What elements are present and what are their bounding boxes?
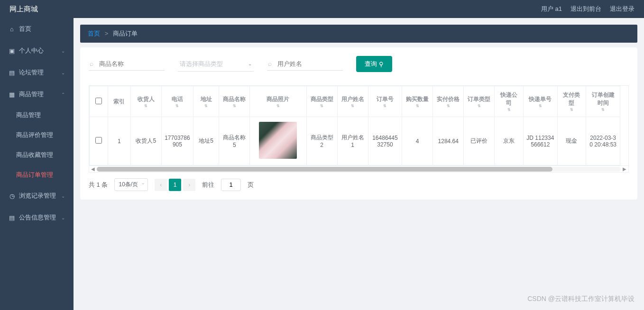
breadcrumb: 首页 > 商品订单 — [80, 25, 637, 43]
select-all-checkbox[interactable] — [95, 98, 102, 104]
horizontal-scrollbar[interactable]: ◀ ▶ — [89, 165, 628, 172]
col-address[interactable]: 地址⇅ — [193, 86, 219, 117]
scroll-left-icon[interactable]: ◀ — [89, 166, 97, 172]
cell-courier: 京东 — [495, 117, 524, 165]
col-receiver[interactable]: 收货人⇅ — [130, 86, 161, 117]
app-title: 网上商城 — [9, 5, 38, 14]
content-card: 请选择商品类型 ⌄ 查询 ⚲ — [80, 47, 637, 200]
page-size-select[interactable]: 10条/页 — [114, 178, 148, 191]
query-button-label: 查询 — [365, 60, 377, 68]
col-checkbox — [90, 86, 108, 117]
document-icon: ▤ — [9, 214, 15, 221]
cell-goods-name: 商品名称5 — [219, 117, 250, 165]
col-created[interactable]: 订单创建时间⇅ — [586, 86, 620, 117]
main-content: 首页 > 商品订单 请选择商品类型 ⌄ 查询 ⚲ — [74, 18, 644, 310]
goods-photo — [259, 122, 297, 159]
col-tracking[interactable]: 快递单号⇅ — [524, 86, 558, 117]
cell-goods-type: 商品类型2 — [306, 117, 337, 165]
col-goods-type[interactable]: 商品类型⇅ — [306, 86, 337, 117]
menu-label: 论坛管理 — [19, 68, 44, 77]
clipboard-icon: ▤ — [9, 69, 15, 76]
submenu-goods-reviews[interactable]: 商品评价管理 — [0, 125, 74, 145]
prev-page-button[interactable]: ‹ — [155, 179, 167, 191]
search-name-input[interactable] — [89, 57, 165, 71]
clock-icon: ◷ — [9, 192, 15, 199]
goto-suffix: 页 — [248, 181, 254, 189]
scroll-track-bg[interactable] — [97, 167, 621, 172]
menu-forum[interactable]: ▤论坛管理 ⌄ — [0, 62, 74, 83]
breadcrumb-home[interactable]: 首页 — [88, 30, 100, 37]
breadcrumb-sep: > — [105, 30, 109, 37]
goto-prefix: 前往 — [202, 181, 214, 189]
page-number-button[interactable]: 1 — [169, 179, 181, 191]
user-label[interactable]: 用户 a1 — [541, 5, 562, 13]
query-button[interactable]: 查询 ⚲ — [356, 56, 392, 72]
logout-link[interactable]: 退出登录 — [610, 5, 635, 13]
col-order-type[interactable]: 订单类型⇅ — [464, 86, 495, 117]
col-index[interactable]: 索引 — [108, 86, 131, 117]
menu-label: 商品管理 — [19, 90, 44, 99]
col-qty[interactable]: 购买数量⇅ — [402, 86, 433, 117]
menu-history[interactable]: ◷浏览记录管理 ⌄ — [0, 185, 74, 207]
search-type-select[interactable]: 请选择商品类型 ⌄ — [178, 57, 254, 72]
menu-profile[interactable]: ▣个人中心 ⌄ — [0, 40, 74, 62]
menu-notice[interactable]: ▤公告信息管理 ⌄ — [0, 207, 74, 228]
home-icon: ⌂ — [9, 26, 15, 32]
sidebar: ⌂首页 ▣个人中心 ⌄ ▤论坛管理 ⌄ ▦商品管理 ⌃ 商品管理 商品评价管理 … — [0, 18, 74, 310]
search-user-wrap — [267, 57, 343, 71]
submenu-goods-manage[interactable]: 商品管理 — [0, 105, 74, 125]
cell-photo — [250, 117, 306, 165]
search-name-wrap — [89, 57, 165, 71]
chevron-down-icon: ⌄ — [61, 70, 65, 75]
header-right: 用户 a1 退出到前台 退出登录 — [541, 5, 635, 13]
cell-created: 2022-03-30 20:48:53 — [586, 117, 620, 165]
menu-label: 公告信息管理 — [19, 213, 56, 222]
table-container: 索引 收货人⇅ 电话⇅ 地址⇅ 商品名称⇅ 商品照片⇅ 商品类型⇅ 用户姓名⇅ … — [89, 85, 629, 173]
cell-user-name: 用户姓名1 — [337, 117, 368, 165]
submenu-goods-favorites[interactable]: 商品收藏管理 — [0, 145, 74, 165]
cell-paid: 1284.64 — [433, 117, 464, 165]
search-icon: ⚲ — [379, 61, 384, 68]
col-paid[interactable]: 实付价格⇅ — [433, 86, 464, 117]
exit-front-link[interactable]: 退出到前台 — [570, 5, 601, 13]
menu-home[interactable]: ⌂首页 — [0, 18, 74, 40]
scroll-right-icon[interactable]: ▶ — [621, 166, 628, 172]
menu-goods[interactable]: ▦商品管理 ⌃ — [0, 83, 74, 105]
col-order-no[interactable]: 订单号⇅ — [368, 86, 402, 117]
cell-tracking: JD 112334566612 — [524, 117, 558, 165]
orders-table: 索引 收货人⇅ 电话⇅ 地址⇅ 商品名称⇅ 商品照片⇅ 商品类型⇅ 用户姓名⇅ … — [89, 86, 620, 165]
chevron-up-icon: ⌃ — [61, 92, 65, 97]
row-checkbox[interactable] — [95, 137, 102, 144]
col-pay-type[interactable]: 支付类型⇅ — [557, 86, 586, 117]
submenu-goods-orders[interactable]: 商品订单管理 — [0, 165, 74, 185]
search-bar: 请选择商品类型 ⌄ 查询 ⚲ — [89, 56, 629, 72]
scroll-thumb[interactable] — [97, 167, 552, 172]
next-page-button[interactable]: › — [183, 179, 195, 191]
cell-qty: 4 — [402, 117, 433, 165]
col-goods-name[interactable]: 商品名称⇅ — [219, 86, 250, 117]
cell-order-no: 1648644532750 — [368, 117, 402, 165]
user-icon: ▣ — [9, 47, 15, 54]
cell-index: 1 — [108, 117, 131, 165]
menu-label: 个人中心 — [19, 46, 44, 55]
select-placeholder: 请选择商品类型 — [180, 60, 248, 68]
chevron-down-icon: ⌄ — [61, 215, 65, 220]
table-row: 1 收货人5 17703786905 地址5 商品名称5 商品类型2 用户姓名1… — [90, 117, 620, 165]
cell-order-type: 已评价 — [464, 117, 495, 165]
pagination: 共 1 条 10条/页 ‹ 1 › 前往 页 — [89, 178, 629, 191]
menu-label: 浏览记录管理 — [19, 191, 56, 200]
goto-page-input[interactable] — [221, 179, 241, 191]
col-photo[interactable]: 商品照片⇅ — [250, 86, 306, 117]
box-icon: ▦ — [9, 91, 15, 98]
cell-phone: 17703786905 — [161, 117, 193, 165]
menu-label: 首页 — [19, 25, 31, 33]
col-courier[interactable]: 快递公司⇅ — [495, 86, 524, 117]
chevron-down-icon: ⌄ — [248, 61, 252, 66]
cell-address: 地址5 — [193, 117, 219, 165]
search-user-input[interactable] — [267, 57, 343, 71]
col-phone[interactable]: 电话⇅ — [161, 86, 193, 117]
total-text: 共 1 条 — [89, 181, 108, 189]
app-header: 网上商城 用户 a1 退出到前台 退出登录 — [0, 0, 644, 18]
col-user-name[interactable]: 用户姓名⇅ — [337, 86, 368, 117]
table-header-row: 索引 收货人⇅ 电话⇅ 地址⇅ 商品名称⇅ 商品照片⇅ 商品类型⇅ 用户姓名⇅ … — [90, 86, 620, 117]
